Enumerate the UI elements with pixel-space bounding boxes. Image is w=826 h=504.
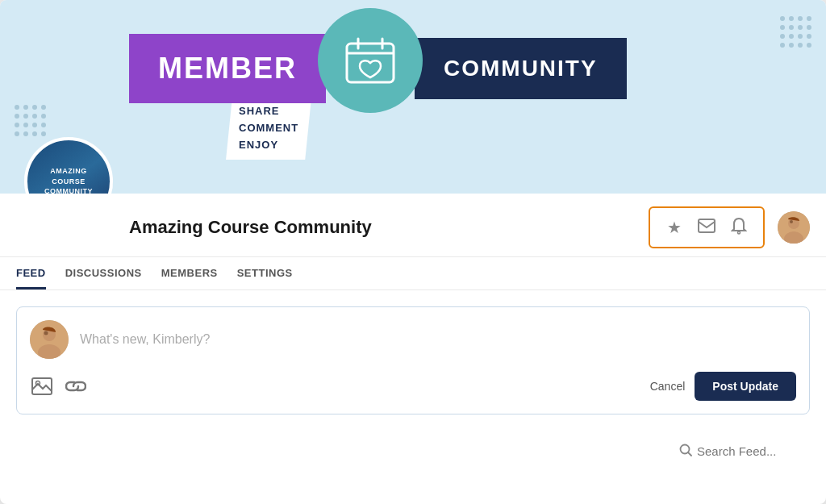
mail-button[interactable] — [692, 213, 721, 242]
tab-settings[interactable]: SETTINGS — [237, 267, 293, 289]
post-box-bottom: Cancel Post Update — [30, 369, 796, 401]
svg-point-5 — [738, 231, 740, 234]
star-icon: ★ — [667, 218, 682, 237]
page-wrapper: MEMBER COMMUNITY SHARE COMMENT ENJOY AMA… — [0, 0, 826, 504]
community-title: Amazing Course Community — [129, 217, 636, 238]
tagline-line-1: SHARE — [239, 103, 298, 120]
main-content: What's new, Kimberly? — [0, 290, 826, 431]
tab-members[interactable]: MEMBERS — [161, 267, 218, 289]
tabs-nav: FEED DISCUSSIONS MEMBERS SETTINGS — [0, 257, 826, 290]
bell-icon — [731, 217, 747, 239]
user-avatar[interactable] — [778, 211, 810, 244]
community-logo-text: AMAZINGCOURSECOMMUNITY — [44, 166, 93, 194]
cancel-button[interactable]: Cancel — [650, 380, 686, 393]
svg-point-13 — [44, 331, 48, 335]
post-tools — [30, 374, 88, 398]
post-box: What's new, Kimberly? — [16, 306, 810, 414]
search-icon — [679, 444, 692, 459]
banner-content: MEMBER COMMUNITY — [129, 24, 627, 113]
tagline-line-3: ENJOY — [239, 137, 298, 154]
tagline-line-2: COMMENT — [239, 120, 298, 137]
member-label: MEMBER — [129, 34, 326, 103]
poster-avatar — [30, 320, 69, 359]
svg-line-17 — [688, 452, 691, 456]
star-button[interactable]: ★ — [660, 213, 689, 242]
link-button[interactable] — [64, 374, 88, 398]
calendar-circle — [318, 8, 423, 113]
post-box-top: What's new, Kimberly? — [30, 320, 796, 359]
community-label: COMMUNITY — [415, 38, 627, 99]
post-update-button[interactable]: Post Update — [695, 372, 796, 401]
search-feed-input[interactable] — [697, 444, 810, 458]
search-feed-row — [0, 431, 826, 459]
action-icons-box: ★ — [649, 206, 765, 248]
post-placeholder[interactable]: What's new, Kimberly? — [80, 332, 210, 347]
mail-icon — [698, 219, 715, 237]
svg-point-9 — [790, 220, 793, 223]
tagline-block: SHARE COMMENT ENJOY — [226, 97, 311, 160]
banner-dots-right — [780, 16, 811, 48]
tab-discussions[interactable]: DISCUSSIONS — [65, 267, 142, 289]
image-upload-button[interactable] — [30, 374, 54, 398]
community-logo-circle: AMAZINGCOURSECOMMUNITY — [24, 137, 113, 194]
post-actions: Cancel Post Update — [650, 372, 796, 401]
bell-button[interactable] — [724, 213, 753, 242]
svg-rect-4 — [699, 219, 715, 232]
tab-feed[interactable]: FEED — [16, 267, 46, 289]
community-header: Amazing Course Community ★ — [0, 194, 826, 257]
banner-dots-left — [15, 105, 46, 136]
community-banner: MEMBER COMMUNITY SHARE COMMENT ENJOY AMA… — [0, 0, 826, 194]
